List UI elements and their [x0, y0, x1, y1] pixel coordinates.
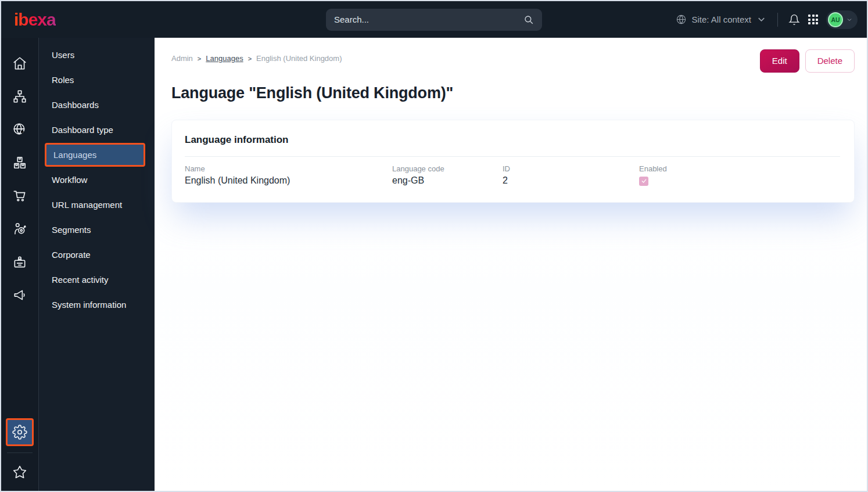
sidebar-item-system-information[interactable]: System information — [39, 292, 155, 317]
sidebar-item-dashboard-type[interactable]: Dashboard type — [39, 117, 155, 142]
breadcrumb-separator: > — [198, 55, 201, 62]
rail-item-bookmarks[interactable] — [3, 459, 37, 485]
site-context-selector[interactable]: Site: All context — [676, 14, 767, 25]
gear-icon — [12, 425, 27, 440]
sidebar-item-roles[interactable]: Roles — [39, 67, 155, 92]
globe-cursor-icon — [12, 122, 27, 137]
topbar-divider — [777, 13, 778, 27]
cart-icon — [12, 188, 27, 203]
rail-item-site[interactable] — [3, 113, 37, 146]
breadcrumb-current: English (United Kingdom) — [256, 54, 342, 63]
search-input[interactable] — [334, 15, 523, 24]
edit-button[interactable]: Edit — [760, 49, 799, 73]
check-icon — [641, 178, 647, 184]
home-icon — [12, 56, 27, 71]
site-context-label: Site: All context — [691, 15, 751, 24]
language-information-card: Language information Name English (Unite… — [171, 120, 855, 203]
sitemap-icon — [12, 89, 27, 104]
app-window: ibexa Site: All context A — [0, 0, 868, 492]
app-grid-icon[interactable] — [808, 15, 818, 24]
sidebar-item-dashboards[interactable]: Dashboards — [39, 92, 155, 117]
field-id: ID 2 — [503, 164, 639, 186]
rail-item-content[interactable] — [3, 80, 37, 113]
user-menu[interactable]: AU — [826, 10, 858, 29]
corporate-badge-icon — [12, 254, 27, 270]
language-fields: Name English (United Kingdom) Language c… — [185, 164, 840, 186]
field-label: ID — [503, 164, 639, 173]
field-name: Name English (United Kingdom) — [185, 164, 392, 186]
search-icon — [523, 15, 534, 25]
sidebar-item-languages[interactable]: Languages — [45, 143, 145, 167]
enabled-checkbox — [639, 177, 648, 186]
ibexa-logo[interactable]: ibexa — [14, 11, 56, 28]
field-label: Name — [185, 164, 392, 173]
field-value: 2 — [503, 175, 639, 186]
breadcrumb: Admin > Languages > English (United King… — [171, 54, 342, 63]
sidebar-item-url-management[interactable]: URL management — [39, 192, 155, 217]
rail-divider — [7, 453, 33, 453]
field-label: Enabled — [639, 164, 840, 173]
breadcrumb-separator: > — [248, 55, 252, 62]
breadcrumb-admin: Admin — [171, 54, 193, 63]
personalization-icon — [12, 221, 27, 236]
card-divider — [185, 156, 840, 157]
sidebar-item-corporate[interactable]: Corporate — [39, 242, 155, 267]
card-title: Language information — [185, 134, 840, 146]
rail-item-corporate[interactable] — [3, 245, 37, 278]
rail-item-commerce[interactable] — [3, 179, 37, 212]
star-icon — [12, 465, 27, 480]
field-enabled: Enabled — [639, 164, 840, 186]
sidebar-item-users[interactable]: Users — [39, 42, 155, 67]
chevron-down-icon — [756, 14, 767, 25]
rail-item-admin-active[interactable] — [6, 418, 34, 446]
rail-item-marketing[interactable] — [3, 278, 37, 311]
rail-bottom — [3, 418, 37, 491]
megaphone-icon — [12, 288, 27, 303]
rail-item-personalization[interactable] — [3, 212, 37, 245]
breadcrumb-languages-link[interactable]: Languages — [206, 54, 243, 63]
sidebar-item-recent-activity[interactable]: Recent activity — [39, 267, 155, 292]
field-value: eng-GB — [392, 175, 503, 186]
chevron-down-icon — [846, 16, 853, 23]
field-language-code: Language code eng-GB — [392, 164, 503, 186]
avatar: AU — [828, 12, 843, 27]
admin-sidebar: Users Roles Dashboards Dashboard type La… — [39, 38, 155, 491]
product-boxes-icon — [12, 155, 27, 170]
page-title: Language "English (United Kingdom)" — [171, 84, 867, 102]
sidebar-item-workflow[interactable]: Workflow — [39, 167, 155, 192]
bell-icon[interactable] — [788, 14, 800, 26]
field-value: English (United Kingdom) — [185, 175, 392, 186]
rail-item-product-catalog[interactable] — [3, 146, 37, 179]
app-body: Users Roles Dashboards Dashboard type La… — [1, 38, 867, 491]
topbar: ibexa Site: All context A — [1, 1, 867, 38]
main-header: Admin > Languages > English (United King… — [155, 38, 867, 73]
rail-item-dashboard[interactable] — [3, 46, 37, 80]
icon-rail — [1, 38, 39, 491]
field-label: Language code — [392, 164, 503, 173]
sidebar-item-segments[interactable]: Segments — [39, 217, 155, 242]
topbar-right-cluster: Site: All context AU — [676, 10, 867, 29]
main-content: Admin > Languages > English (United King… — [155, 38, 867, 491]
globe-icon — [676, 14, 687, 25]
delete-button[interactable]: Delete — [805, 49, 855, 73]
page-actions: Edit Delete — [760, 49, 855, 73]
global-search[interactable] — [326, 9, 542, 31]
